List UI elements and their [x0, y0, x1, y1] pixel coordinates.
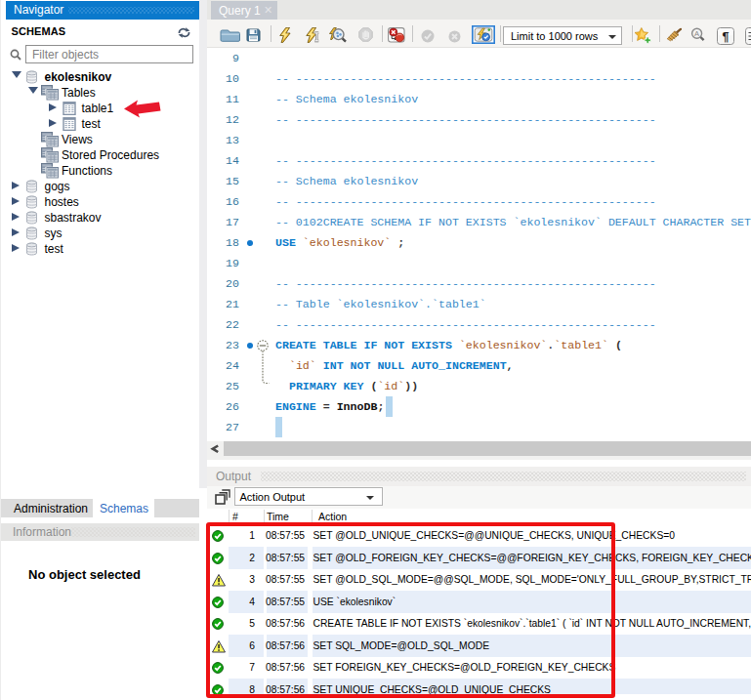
svg-text:¶: ¶ — [723, 29, 730, 43]
svg-text:A: A — [694, 29, 699, 38]
